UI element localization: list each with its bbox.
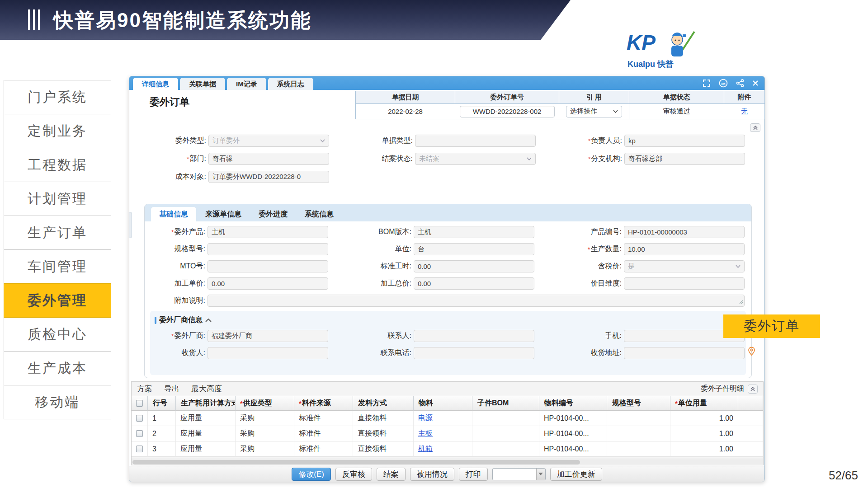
col-consumption-calc: 生产耗用计算方式 [176, 396, 236, 411]
branch-input[interactable]: 奇石缘总部 [624, 153, 745, 165]
responsible-input[interactable]: kp [624, 135, 745, 147]
mto-no-input[interactable] [208, 260, 328, 272]
footer-select[interactable] [492, 468, 546, 480]
vendor-input[interactable]: 福建委外厂商 [208, 330, 328, 342]
material-link[interactable]: 机箱 [418, 444, 433, 454]
horizontal-scrollbar[interactable] [132, 459, 763, 465]
doc-type-input[interactable] [415, 135, 536, 147]
tab-system-log[interactable]: 系统日志 [268, 78, 313, 90]
scheme-button[interactable]: 方案 [137, 384, 152, 394]
contact-phone-input[interactable] [414, 347, 534, 359]
print-button[interactable]: 打印 [459, 468, 488, 481]
department-input[interactable]: 奇石缘 [208, 153, 329, 165]
logo-monogram: KP [627, 31, 656, 54]
resize-grip-icon[interactable] [739, 298, 743, 305]
tab-basic-info[interactable]: 基础信息 [151, 207, 196, 221]
header-banner: 快普易90智能制造系统功能 [0, 0, 571, 40]
outsourcing-product-input[interactable]: 主机 [208, 226, 328, 238]
close-icon[interactable] [752, 79, 759, 88]
order-no-input[interactable]: WWDD-20220228-002 [460, 106, 555, 117]
sidebar-item-mobile[interactable]: 移动端 [4, 385, 111, 419]
usage-button[interactable]: 被用情况 [410, 468, 454, 481]
im-icon[interactable]: IM [718, 79, 728, 88]
contact-input[interactable] [414, 330, 534, 342]
standard-hours-input[interactable]: 0.00 [414, 260, 534, 272]
row-checkbox[interactable] [136, 415, 143, 422]
outsourcing-type-select[interactable]: 订单委外 [208, 135, 329, 147]
fullscreen-icon[interactable] [703, 79, 711, 88]
attachment-link[interactable]: 无 [741, 107, 748, 116]
table-row: 3 应用量 采购 标准件 直接领料 机箱 HP-0104-00... 1.00 [132, 441, 763, 457]
share-icon[interactable] [736, 79, 744, 88]
material-link[interactable]: 主板 [418, 429, 433, 438]
delivery-address-input[interactable] [624, 347, 745, 359]
row-checkbox[interactable] [136, 430, 143, 437]
max-height-button[interactable]: 最大高度 [191, 384, 222, 394]
row-checkbox[interactable] [136, 446, 143, 452]
chevron-down-icon [320, 139, 325, 142]
cost-object-input[interactable]: 订单委外WWDD-20220228-0 [208, 171, 329, 183]
sidebar-item-plan-management[interactable]: 计划管理 [4, 182, 111, 216]
field-cost-object: 成本对象: 订单委外WWDD-20220228-0 [130, 171, 329, 183]
tab-system-info[interactable]: 系统信息 [297, 207, 342, 221]
doc-status-value: 审核通过 [663, 107, 690, 116]
material-link[interactable]: 电源 [418, 413, 433, 423]
sidebar-item-custom-business[interactable]: 定制业务 [4, 114, 111, 148]
chevron-down-icon [527, 157, 532, 160]
location-pin-icon[interactable] [748, 347, 755, 358]
scrollbar-thumb[interactable] [132, 460, 580, 465]
sidebar-item-engineering-data[interactable]: 工程数据 [4, 148, 111, 182]
field-extra-note: 附加说明: [148, 295, 745, 307]
chevron-up-icon[interactable] [205, 319, 212, 322]
panel-collapse-handle[interactable] [129, 212, 132, 238]
sidebar-item-production-order[interactable]: 生产订单 [4, 216, 111, 250]
detail-panel-label: 委外子件明细 [701, 384, 744, 394]
collapse-header-button[interactable] [750, 123, 760, 132]
tab-outsourcing-progress[interactable]: 委外进度 [250, 207, 296, 221]
field-delivery-address: 收货地址: [544, 347, 745, 359]
window-tabs: 详细信息 关联单据 IM记录 系统日志 [133, 78, 313, 90]
doc-date-value: 2022-02-28 [388, 108, 423, 115]
tab-detail-info[interactable]: 详细信息 [133, 78, 178, 90]
field-spec-model: 规格型号: [148, 243, 328, 255]
field-close-status: 结案状态: 未结案 [335, 153, 536, 165]
title-bars-icon [28, 9, 40, 30]
field-mto-no: MTO号: [148, 260, 328, 272]
tab-related-docs[interactable]: 关联单据 [180, 78, 225, 90]
field-contact: 联系人: [334, 330, 534, 342]
field-bom-version: BOM版本: 主机 [334, 226, 534, 238]
unit-input[interactable]: 台 [414, 243, 534, 255]
tab-im-record[interactable]: IM记录 [227, 78, 266, 90]
field-unit: 单位: 台 [334, 243, 534, 255]
production-qty-input[interactable]: 10.00 [624, 243, 745, 255]
logo-latin: Kuaipu [627, 60, 655, 69]
price-dimension-input[interactable] [624, 277, 745, 290]
close-case-button[interactable]: 结案 [377, 468, 406, 481]
select-all-checkbox[interactable] [136, 400, 143, 407]
bom-version-input[interactable]: 主机 [414, 226, 534, 238]
field-product-code: 产品编号: HP-0101-00000003 [544, 226, 745, 238]
collapse-detail-button[interactable] [748, 385, 758, 394]
process-price-update-button[interactable]: 加工价更新 [550, 468, 602, 481]
export-button[interactable]: 导出 [164, 384, 179, 394]
process-total-price-input[interactable]: 0.00 [414, 277, 534, 290]
sidebar-item-workshop-management[interactable]: 车间管理 [4, 249, 111, 284]
field-receiver: 收货人: [148, 347, 328, 359]
process-unit-price-input[interactable]: 0.00 [208, 277, 328, 290]
product-code-input[interactable]: HP-0101-00000003 [624, 226, 745, 238]
tab-source-doc-info[interactable]: 来源单信息 [197, 207, 250, 221]
tax-included-select[interactable]: 是 [624, 260, 745, 272]
chevron-down-icon[interactable] [536, 469, 545, 480]
unapprove-button[interactable]: 反审核 [335, 468, 372, 481]
sidebar-item-quality-center[interactable]: 质检中心 [4, 317, 111, 352]
spec-model-input[interactable] [208, 243, 328, 255]
receiver-input[interactable] [208, 347, 328, 359]
sidebar-item-production-cost[interactable]: 生产成本 [4, 351, 111, 385]
close-status-select[interactable]: 未结案 [415, 153, 536, 165]
modify-button[interactable]: 修改(E) [292, 468, 331, 481]
sidebar-item-outsourcing-management[interactable]: 委外管理 [4, 283, 111, 318]
extra-note-textarea[interactable] [208, 295, 745, 307]
sidebar-item-portal-system[interactable]: 门户系统 [4, 80, 111, 114]
footer-toolbar: 修改(E) 反审核 结案 被用情况 打印 加工价更新 [129, 466, 764, 482]
reference-select[interactable]: 选择操作 [566, 106, 622, 117]
